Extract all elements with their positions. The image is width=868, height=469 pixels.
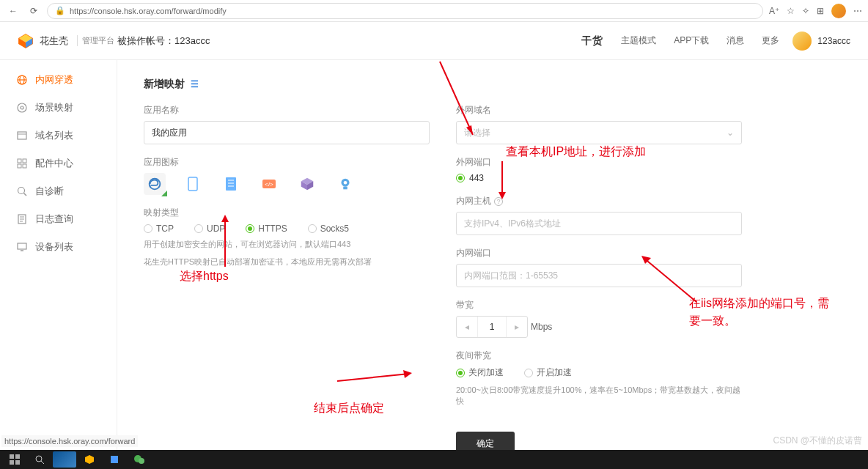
radio-tcp[interactable]: TCP <box>144 224 174 234</box>
browser-profile-avatar[interactable] <box>831 4 846 18</box>
app-icon-tablet[interactable] <box>182 173 204 195</box>
svg-rect-48 <box>15 454 20 459</box>
night-label: 夜间带宽 <box>456 350 742 362</box>
map-type-group: TCP UDP HTTPS Socks5 <box>144 224 430 234</box>
int-host-input[interactable] <box>456 212 742 235</box>
svg-rect-11 <box>18 159 21 163</box>
svg-line-16 <box>24 193 27 196</box>
app-icon-file[interactable] <box>220 173 242 195</box>
radio-night-on[interactable]: 开启加速 <box>524 366 572 379</box>
svg-text:</>: </> <box>265 181 273 188</box>
svg-point-15 <box>18 188 25 194</box>
back-button[interactable]: ← <box>6 4 21 18</box>
sidebar-item-label: 配件中心 <box>35 157 73 170</box>
app-icon-ie[interactable] <box>144 173 166 195</box>
sidebar-item-scene[interactable]: 场景映射 <box>0 94 117 122</box>
sidebar-item-addon[interactable]: 配件中心 <box>0 149 117 177</box>
user-area[interactable]: 123accc <box>792 32 850 51</box>
ext-domain-select[interactable]: 请选择 ⌄ <box>456 121 742 144</box>
more-icon[interactable]: ⋯ <box>853 6 862 16</box>
font-size-icon[interactable]: A⁺ <box>769 6 779 16</box>
svg-line-45 <box>337 374 409 381</box>
favorites-icon[interactable]: ✧ <box>802 6 809 16</box>
form-columns: 应用名称 应用图标 </> 映射类型 <box>144 104 842 455</box>
ext-domain-label: 外网域名 <box>456 104 742 117</box>
diag-icon <box>16 185 28 197</box>
svg-point-56 <box>139 458 144 464</box>
sidebar-item-device[interactable]: 设备列表 <box>0 233 117 261</box>
list-icon[interactable]: ☰ <box>191 79 199 89</box>
theme-mode-link[interactable]: 主题模式 <box>621 34 656 47</box>
sidebar-item-label: 场景映射 <box>35 101 73 114</box>
sidebar-item-label: 设备列表 <box>35 240 73 254</box>
sidebar-item-label: 域名列表 <box>35 129 73 142</box>
app-icon-camera[interactable] <box>334 173 356 195</box>
app-header: 花生壳 管理平台 被操作帐号：123accc 干货 主题模式 APP下载 消息 … <box>0 22 868 60</box>
lock-icon: 🔒 <box>55 6 65 15</box>
username: 123accc <box>817 36 850 46</box>
bandwidth-value: 1 <box>477 317 507 337</box>
wechat-task-icon[interactable] <box>128 451 151 468</box>
sidebar-item-label: 内网穿透 <box>35 73 73 86</box>
svg-line-52 <box>41 461 44 464</box>
chevron-down-icon: ⌄ <box>727 128 734 138</box>
brand-name: 花生壳 <box>40 34 68 48</box>
svg-rect-24 <box>188 177 197 191</box>
sidebar: 内网穿透 场景映射 域名列表 配件中心 自诊断 日志查询 设备列表 <box>0 60 117 469</box>
messages-link[interactable]: 消息 <box>727 34 744 47</box>
refresh-button[interactable]: ⟳ <box>26 4 41 18</box>
app-name-input[interactable] <box>144 121 430 144</box>
scene-icon <box>16 102 28 114</box>
svg-line-43 <box>644 258 696 302</box>
device-icon <box>16 241 28 253</box>
port-radio[interactable] <box>456 174 465 182</box>
svg-marker-38 <box>466 125 473 135</box>
step-up-button[interactable]: ▸ <box>507 322 527 332</box>
logo-area: 花生壳 管理平台 <box>18 33 117 49</box>
svg-rect-54 <box>111 456 118 463</box>
svg-rect-13 <box>18 164 21 168</box>
avatar <box>792 32 812 51</box>
collections-icon[interactable]: ⊞ <box>817 6 824 16</box>
sidebar-item-diagnose[interactable]: 自诊断 <box>0 177 117 205</box>
url-bar[interactable]: 🔒 https://console.hsk.oray.com/forward/m… <box>47 3 763 19</box>
bandwidth-stepper[interactable]: ◂ 1 ▸ <box>456 316 528 338</box>
night-group: 关闭加速 开启加速 <box>456 366 742 379</box>
radio-socks5[interactable]: Socks5 <box>308 224 349 234</box>
svg-marker-42 <box>221 215 229 222</box>
svg-line-37 <box>440 62 473 135</box>
edge-task-icon[interactable] <box>53 451 76 468</box>
app-icon-code[interactable]: </> <box>258 173 280 195</box>
operated-account: 被操作帐号：123accc <box>117 34 210 48</box>
app-download-link[interactable]: APP下载 <box>674 34 709 47</box>
step-down-button[interactable]: ◂ <box>457 322 477 332</box>
search-task-icon[interactable] <box>28 451 51 468</box>
star-icon[interactable]: ☆ <box>787 6 795 16</box>
more-link[interactable]: 更多 <box>762 34 779 47</box>
svg-point-51 <box>36 456 42 462</box>
radio-night-off[interactable]: 关闭加速 <box>456 366 504 379</box>
task-icon-4[interactable] <box>78 451 101 468</box>
status-bar-link: https://console.hsk.oray.com/forward <box>1 435 138 447</box>
sidebar-item-log[interactable]: 日志查询 <box>0 205 117 233</box>
app-name-label: 应用名称 <box>144 104 430 117</box>
app-icon-cube[interactable] <box>296 173 318 195</box>
svg-rect-36 <box>343 187 347 190</box>
task-icon-5[interactable] <box>103 451 126 468</box>
svg-point-7 <box>18 103 26 112</box>
content: 新增映射 ☰ 应用名称 应用图标 </> <box>117 60 868 469</box>
ganhuo-link[interactable]: 干货 <box>581 34 603 48</box>
sidebar-item-intranet[interactable]: 内网穿透 <box>0 66 117 94</box>
svg-rect-14 <box>23 164 26 168</box>
start-icon[interactable] <box>3 451 26 468</box>
svg-rect-47 <box>10 454 14 459</box>
radio-https[interactable]: HTTPS <box>246 224 287 234</box>
left-column: 应用名称 应用图标 </> 映射类型 <box>144 104 430 455</box>
sidebar-item-domain[interactable]: 域名列表 <box>0 122 117 149</box>
brand-subtitle: 管理平台 <box>77 35 114 46</box>
taskbar <box>0 450 868 469</box>
annotation-1: 如果可以，进行域名选择 <box>315 60 444 61</box>
night-note: 20:00~次日8:00带宽速度提升100%，速率在5~10Mbps；带宽基数越… <box>456 385 742 407</box>
svg-rect-49 <box>10 460 14 465</box>
main-layout: 内网穿透 场景映射 域名列表 配件中心 自诊断 日志查询 设备列表 新增映射 <box>0 60 868 469</box>
